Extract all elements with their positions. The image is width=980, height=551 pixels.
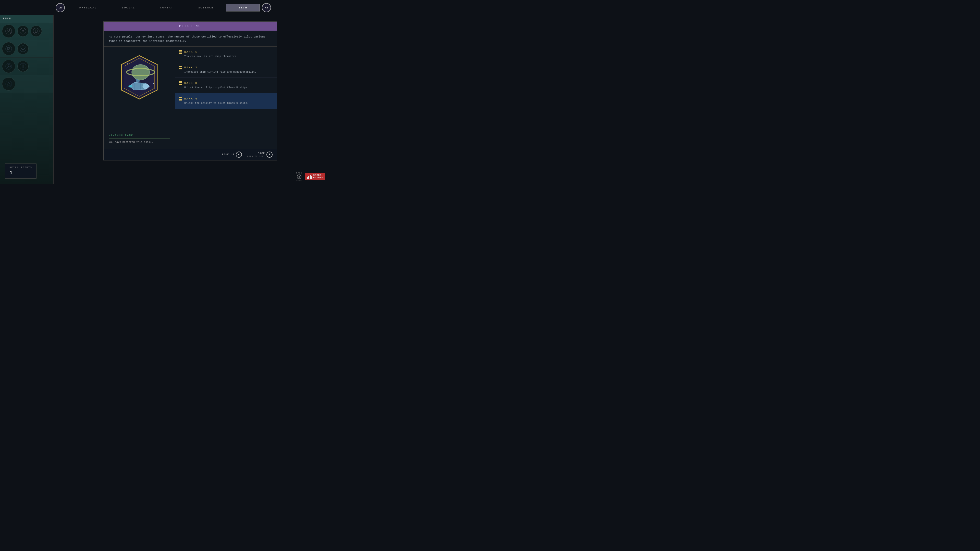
skill-image-area: MAXIMUM RANK You have mastered this skil…	[103, 47, 175, 149]
svg-point-23	[143, 84, 149, 89]
piloting-badge	[114, 52, 165, 103]
skill-description: As more people journey into space, the n…	[109, 35, 272, 43]
rank-up-control[interactable]: RANK UP A	[222, 151, 242, 158]
sidebar-skill-icon-3b[interactable]	[18, 61, 29, 72]
sidebar-skill-icon-2a[interactable]	[2, 42, 15, 56]
skill-panel: PILOTING As more people journey into spa…	[103, 21, 277, 160]
nav-tabs: PHYSICAL SOCIAL COMBAT SCIENCE TECH	[67, 4, 260, 11]
rank-4-label: RANK 4	[184, 97, 197, 100]
rank-1-header: RANK 1	[179, 50, 272, 54]
gamer-guides-logo: GAMER GUIDES	[305, 173, 325, 180]
svg-rect-4	[35, 30, 37, 32]
rank-up-label: RANK UP	[222, 153, 234, 156]
sidebar-skill-icon-1b[interactable]	[18, 25, 29, 37]
sidebar-row-2	[0, 40, 53, 58]
svg-point-7	[20, 46, 26, 52]
max-rank-divider	[109, 138, 170, 139]
sidebar-row-4	[0, 75, 53, 93]
rank-2-label: RANK 2	[184, 66, 197, 69]
content-area: PILOTING As more people journey into spa…	[54, 15, 327, 184]
svg-point-5	[6, 46, 12, 52]
svg-point-6	[8, 48, 10, 49]
rank-4-header: RANK 4	[179, 97, 272, 100]
logo-text-line2: GUIDES	[313, 177, 323, 179]
rank-item-2[interactable]: RANK 2 Increased ship turning rate and m…	[175, 62, 277, 78]
svg-point-17	[135, 95, 136, 95]
tab-social[interactable]: SOCIAL	[109, 4, 148, 11]
sidebar-row-1	[0, 22, 53, 40]
svg-point-2	[20, 28, 26, 34]
sidebar-skill-icon-2b[interactable]	[18, 43, 29, 54]
watermark-back-container: BACK B HOLD	[296, 171, 302, 182]
logo-text: GAMER GUIDES	[313, 174, 323, 179]
rank-up-button[interactable]: A	[236, 151, 242, 158]
rank-item-3[interactable]: RANK 3 Unlock the ability to pilot Class…	[175, 78, 277, 94]
skill-points-value: 1	[10, 170, 32, 176]
skill-ranks-area: RANK 1 You can now utilize ship thruster…	[175, 47, 277, 149]
tab-physical[interactable]: PHYSICAL	[67, 4, 110, 11]
bottom-controls: RANK UP A BACK HOLD TO EXIT B	[103, 149, 277, 160]
max-rank-desc: You have mastered this skill.	[109, 141, 170, 144]
skill-content: MAXIMUM RANK You have mastered this skil…	[103, 46, 277, 149]
skill-points-label: SKILL POINTS	[10, 166, 32, 169]
rank-item-1[interactable]: RANK 1 You can now utilize ship thruster…	[175, 47, 277, 62]
rb-button[interactable]: RB	[262, 3, 271, 12]
sidebar-skill-icon-4a[interactable]	[2, 77, 15, 91]
svg-point-11	[20, 63, 26, 69]
svg-point-19	[132, 65, 150, 80]
max-rank-label: MAXIMUM RANK	[109, 134, 170, 137]
main-layout: ENCE	[0, 15, 327, 184]
sidebar-skill-icon-1a[interactable]	[2, 24, 15, 38]
watermark-b-btn: B	[297, 175, 301, 179]
tab-science[interactable]: SCIENCE	[186, 4, 226, 11]
rank-1-label: RANK 1	[184, 51, 197, 54]
sidebar-row-3	[0, 58, 53, 75]
svg-point-13	[127, 63, 128, 64]
rank-item-4[interactable]: RANK 4 Unlock the ability to pilot Class…	[175, 94, 277, 109]
rank-1-desc: You can now utilize ship thrusters.	[179, 55, 272, 59]
watermark-hold-label: HOLD	[297, 179, 302, 182]
rank-2-icon	[179, 66, 182, 69]
rank-3-header: RANK 3	[179, 81, 272, 85]
tab-tech[interactable]: TECH	[226, 4, 260, 11]
svg-point-14	[150, 67, 151, 68]
sidebar-skill-icon-1c[interactable]	[30, 25, 42, 37]
watermark: BACK B HOLD GAMER GUIDES	[296, 171, 325, 182]
sidebar: ENCE	[0, 15, 54, 184]
svg-point-22	[128, 85, 132, 87]
back-label: BACK	[258, 152, 265, 155]
lb-button[interactable]: LB	[56, 3, 65, 12]
logo-bars	[307, 174, 312, 179]
sidebar-skill-icon-3a[interactable]	[2, 60, 15, 73]
svg-point-3	[33, 28, 39, 34]
skill-points-box: SKILL POINTS 1	[5, 164, 37, 179]
hold-to-exit-label: HOLD TO EXIT	[247, 155, 265, 157]
svg-point-1	[8, 29, 10, 31]
rank-3-icon	[179, 81, 182, 85]
svg-point-18	[145, 60, 146, 61]
rank-3-desc: Unlock the ability to pilot Class B ship…	[179, 86, 272, 89]
skill-panel-body: As more people journey into space, the n…	[103, 30, 277, 46]
sidebar-header: ENCE	[0, 15, 53, 22]
svg-point-16	[153, 83, 154, 84]
skill-panel-header: PILOTING	[103, 22, 277, 30]
navigation-bar: LB PHYSICAL SOCIAL COMBAT SCIENCE TECH R…	[0, 0, 327, 15]
back-button[interactable]: B	[266, 151, 272, 158]
rank-1-icon	[179, 50, 182, 54]
rank-3-label: RANK 3	[184, 82, 197, 85]
watermark-back-label: BACK	[296, 171, 302, 174]
rank-2-header: RANK 2	[179, 66, 272, 69]
svg-point-10	[8, 65, 10, 67]
rank-2-desc: Increased ship turning rate and maneuver…	[179, 70, 272, 74]
back-control[interactable]: BACK HOLD TO EXIT B	[247, 151, 272, 158]
rank-4-desc: Unlock the ability to pilot Class C ship…	[179, 102, 272, 105]
rank-4-icon	[179, 97, 182, 100]
tab-combat[interactable]: COMBAT	[148, 4, 186, 11]
max-rank-area: MAXIMUM RANK You have mastered this skil…	[109, 130, 170, 144]
